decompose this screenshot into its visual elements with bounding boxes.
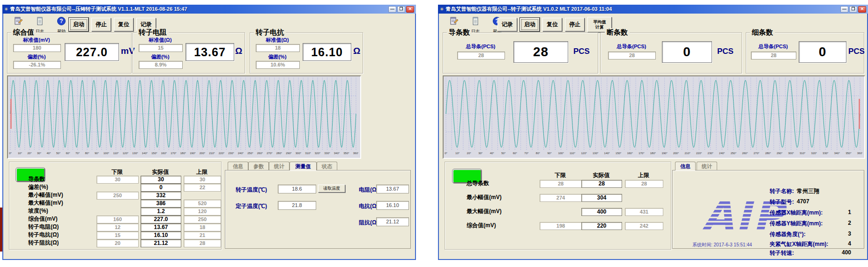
svg-text:350°: 350° xyxy=(846,152,852,155)
right-titlebar[interactable]: ✳ 青岛艾普智能仪器有限公司--转子测试系统 V1.0.2 MLT 2017-0… xyxy=(438,5,868,14)
svg-text:270°: 270° xyxy=(267,152,273,155)
stop-button[interactable]: 停止 xyxy=(91,18,111,31)
tab-measure[interactable]: 测量值 xyxy=(289,162,317,171)
tab-stats[interactable]: 统计 xyxy=(697,162,717,170)
settings-icon xyxy=(445,16,463,26)
upper-limit-field[interactable]: 28 xyxy=(184,239,221,247)
minimize-button[interactable]: — xyxy=(388,6,396,13)
minimize-button[interactable]: — xyxy=(840,6,848,13)
average-calc-line2: 计算 xyxy=(595,25,604,30)
lower-limit-field[interactable]: 198 xyxy=(540,222,582,230)
actual-value-field: 386 xyxy=(141,200,181,208)
svg-text:90°: 90° xyxy=(95,152,99,155)
svg-text:40°: 40° xyxy=(46,152,51,155)
upper-limit-field[interactable]: 242 xyxy=(625,222,663,230)
total-bars-input[interactable]: 28 xyxy=(751,52,796,59)
info-label: 转子转速: xyxy=(770,249,794,257)
svg-text:150°: 150° xyxy=(151,152,157,155)
stop-button[interactable]: 停止 xyxy=(565,18,585,31)
info-label: 传感器Y轴距离(mm): xyxy=(770,220,823,228)
lower-limit-field[interactable]: 28 xyxy=(540,180,582,188)
info-row: 转子转速:400 xyxy=(770,249,853,257)
row-label: 最小幅值(mV) xyxy=(467,194,502,201)
svg-text:190°: 190° xyxy=(190,152,196,155)
upper-limit-field[interactable]: 28 xyxy=(625,180,663,188)
standard-value-input[interactable]: 15 xyxy=(139,44,183,52)
lower-limit-field[interactable]: 20 xyxy=(96,239,139,247)
limits-table-panel: 下限 实际值 上限 总导条数 28 28 28 最小幅值(mV) 274 304… xyxy=(445,162,671,250)
svg-text:320°: 320° xyxy=(315,152,321,155)
info-tab-control: 信息 统计 AIP 转子名称:常州三翔 转子型号:4707 传感器X轴距离(mm… xyxy=(672,162,864,249)
measured-value-display: 0 xyxy=(799,41,846,63)
upper-limit-field[interactable]: 431 xyxy=(625,208,663,216)
maximize-button[interactable]: ❐ xyxy=(849,6,857,13)
read-temp-button[interactable]: 读取温度 xyxy=(318,185,345,193)
lower-limit-field[interactable]: 250 xyxy=(96,192,139,200)
info-label: 转子型号: xyxy=(770,198,794,206)
row-label: 总导条数 xyxy=(467,180,489,187)
unit-label: PCS xyxy=(717,47,734,56)
info-value: 1 xyxy=(848,209,851,217)
start-button[interactable]: 启动 xyxy=(69,18,89,31)
info-value: 4707 xyxy=(797,198,809,206)
svg-text:130°: 130° xyxy=(132,152,138,155)
upper-limit-field[interactable]: 21 xyxy=(184,231,221,239)
reset-button[interactable]: 复位 xyxy=(114,18,134,31)
start-button[interactable]: 启动 xyxy=(520,18,540,31)
deviation-label: 偏差(%) xyxy=(13,53,60,60)
upper-limit-field[interactable]: 250 xyxy=(184,215,221,223)
svg-text:260°: 260° xyxy=(257,152,263,155)
lower-limit-field[interactable]: 30 xyxy=(96,176,139,184)
info-row: 转子型号:4707 xyxy=(770,198,853,206)
left-waveform-chart: 0°10°20°30°40°50°60°70°80°90°100°110°120… xyxy=(8,76,358,156)
lower-limit-field[interactable]: 274 xyxy=(540,194,582,202)
lower-limit-field[interactable]: 15 xyxy=(96,231,139,239)
close-button[interactable]: ✕ xyxy=(406,6,414,13)
reset-button[interactable]: 复位 xyxy=(542,18,562,31)
svg-text:40°: 40° xyxy=(490,152,495,155)
row-label: 坡度(%) xyxy=(28,208,48,215)
record-button[interactable]: 记录 xyxy=(497,18,517,31)
stator-temp-input[interactable]: 21.8 xyxy=(278,201,316,210)
upper-limit-field[interactable]: 18 xyxy=(184,223,221,231)
standard-value-input[interactable]: 18 xyxy=(256,44,300,52)
gauge-thin-bars: 细条数 总导条(PCS) 28 0 PCS xyxy=(746,32,864,74)
lower-limit-field[interactable]: 12 xyxy=(96,223,139,231)
rotor-temp-input[interactable]: 18.6 xyxy=(278,185,316,193)
upper-limit-field[interactable]: 120 xyxy=(184,208,221,215)
tab-stats[interactable]: 统计 xyxy=(269,162,289,170)
total-bars-input[interactable]: 28 xyxy=(457,52,505,59)
info-value: 2 xyxy=(848,220,851,228)
gauge-composite-value: 综合值 标准值(mV) 180 偏差(%) -26.1% 227.0 mV xyxy=(7,32,132,74)
svg-text:220°: 220° xyxy=(696,152,702,155)
tab-info[interactable]: 信息 xyxy=(675,162,696,171)
svg-text:270°: 270° xyxy=(754,152,760,155)
left-titlebar[interactable]: ✳ 青岛艾普智能仪器有限公司--压铸转子测试系统 V1.1.1-MLT 2016… xyxy=(2,5,416,14)
svg-text:310°: 310° xyxy=(305,152,311,155)
total-bars-input[interactable]: 28 xyxy=(608,52,656,59)
upper-limit-field[interactable]: 520 xyxy=(184,200,221,208)
tab-status[interactable]: 状态 xyxy=(317,162,337,170)
svg-text:60°: 60° xyxy=(513,152,518,155)
waveform-panel: 0°10°20°30°40°50°60°70°80°90°100°110°120… xyxy=(443,75,865,159)
actual-value-field: 21.12 xyxy=(141,239,181,247)
svg-text:190°: 190° xyxy=(661,152,668,155)
upper-limit-field[interactable]: 22 xyxy=(184,184,221,192)
deviation-label: 偏差(%) xyxy=(256,53,299,60)
tab-params[interactable]: 参数 xyxy=(248,162,269,170)
left-window: ✳ 青岛艾普智能仪器有限公司--压铸转子测试系统 V1.1.1-MLT 2016… xyxy=(2,5,416,260)
info-row: 转子名称:常州三翔 xyxy=(770,187,853,195)
tab-info[interactable]: 信息 xyxy=(228,162,248,170)
help-button[interactable]: ? 帮助 xyxy=(52,16,71,34)
svg-text:70°: 70° xyxy=(75,152,80,155)
gauge-title: 断条数 xyxy=(605,28,630,37)
close-button[interactable]: ✕ xyxy=(858,6,866,13)
standard-value-input[interactable]: 180 xyxy=(13,44,61,52)
info-label: 传感器角度(°): xyxy=(770,230,806,238)
maximize-button[interactable]: ❐ xyxy=(397,6,405,13)
unit-label: Ω xyxy=(353,46,360,56)
svg-text:?: ? xyxy=(59,18,63,24)
total-bars-label: 总导条(PCS) xyxy=(751,43,795,50)
upper-limit-field[interactable]: 30 xyxy=(184,176,221,184)
lower-limit-field[interactable]: 160 xyxy=(96,215,139,223)
